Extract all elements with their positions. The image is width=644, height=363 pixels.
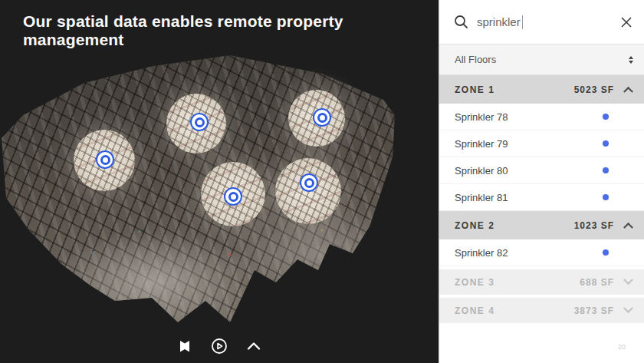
search-panel: sprinkler All Floors ZONE 1 5023 SF Spri… <box>439 0 644 363</box>
blue-dot-icon <box>603 167 609 173</box>
item-label: Sprinkler 79 <box>455 138 603 150</box>
search-input[interactable]: sprinkler <box>477 15 618 29</box>
zone-name: ZONE 3 <box>455 277 580 288</box>
sprinkler-tag-core <box>195 117 205 127</box>
floor-filter-label: All Floors <box>455 54 496 65</box>
search-icon <box>453 14 469 30</box>
zone-area: 1023 SF <box>574 220 614 231</box>
blue-dot-icon <box>603 114 609 120</box>
zone-2-header[interactable]: ZONE 2 1023 SF <box>439 211 644 239</box>
sprinkler-tag-core <box>100 155 110 165</box>
list-item-sprinkler-81[interactable]: Sprinkler 81 <box>439 184 644 211</box>
3d-model-viewport[interactable]: Our spatial data enables remote property… <box>0 0 439 363</box>
sprinkler-tag-core <box>317 113 327 123</box>
zone-4-header[interactable]: ZONE 4 3873 SF <box>439 298 644 323</box>
chevron-up-icon <box>245 338 262 355</box>
list-item-sprinkler-79[interactable]: Sprinkler 79 <box>439 130 644 157</box>
chevron-up-icon <box>623 223 633 233</box>
watermark-text: 20 <box>618 343 626 351</box>
search-bar: sprinkler <box>439 0 644 44</box>
sprinkler-tag-core <box>228 192 238 202</box>
stage-toolbar <box>0 335 439 357</box>
item-label: Sprinkler 82 <box>455 247 603 259</box>
blue-dot-icon <box>603 249 609 256</box>
chevron-up-icon <box>623 87 633 97</box>
list-item-sprinkler-80[interactable]: Sprinkler 80 <box>439 157 644 184</box>
zone-3-header[interactable]: ZONE 3 688 SF <box>439 269 644 295</box>
stage-title: Our spatial data enables remote property… <box>23 12 439 49</box>
sprinkler-tag-icon[interactable] <box>224 187 242 206</box>
list-item-sprinkler-82[interactable]: Sprinkler 82 <box>439 239 644 266</box>
close-icon <box>619 15 633 29</box>
chevron-down-icon <box>623 275 633 285</box>
sprinkler-tag-icon[interactable] <box>96 150 114 169</box>
sprinkler-tag-icon[interactable] <box>190 113 209 131</box>
zone-1-header[interactable]: ZONE 1 5023 SF <box>439 75 644 104</box>
floor-filter-dropdown[interactable]: All Floors <box>439 44 644 75</box>
zone-area: 3873 SF <box>574 305 614 316</box>
chevron-down-icon <box>623 303 633 313</box>
zone-name: ZONE 1 <box>455 84 574 95</box>
text-caret <box>522 15 524 29</box>
sort-arrows-icon <box>629 56 633 64</box>
zone-area: 5023 SF <box>574 84 614 95</box>
item-label: Sprinkler 80 <box>455 165 603 177</box>
list-item-sprinkler-78[interactable]: Sprinkler 78 <box>439 104 644 130</box>
app-window: Our spatial data enables remote property… <box>0 0 644 363</box>
play-button[interactable] <box>209 335 230 357</box>
close-search-button[interactable] <box>618 14 635 31</box>
collapse-toolbar-button[interactable] <box>243 335 264 357</box>
sprinkler-tag-core <box>304 178 314 188</box>
search-query-text: sprinkler <box>477 15 521 28</box>
blue-dot-icon <box>603 140 609 147</box>
zone-area: 688 SF <box>580 277 614 288</box>
sprinkler-tag-icon[interactable] <box>313 108 331 127</box>
blue-dot-icon <box>603 194 609 200</box>
bookmark-icon <box>177 338 192 354</box>
zone-name: ZONE 4 <box>455 305 574 316</box>
sprinkler-tag-icon[interactable] <box>300 173 318 192</box>
highlights-button[interactable] <box>174 335 196 357</box>
marker-layer <box>0 0 439 363</box>
item-label: Sprinkler 81 <box>455 192 603 203</box>
item-label: Sprinkler 78 <box>455 111 603 123</box>
play-icon <box>211 338 228 355</box>
zone-name: ZONE 2 <box>455 220 574 231</box>
